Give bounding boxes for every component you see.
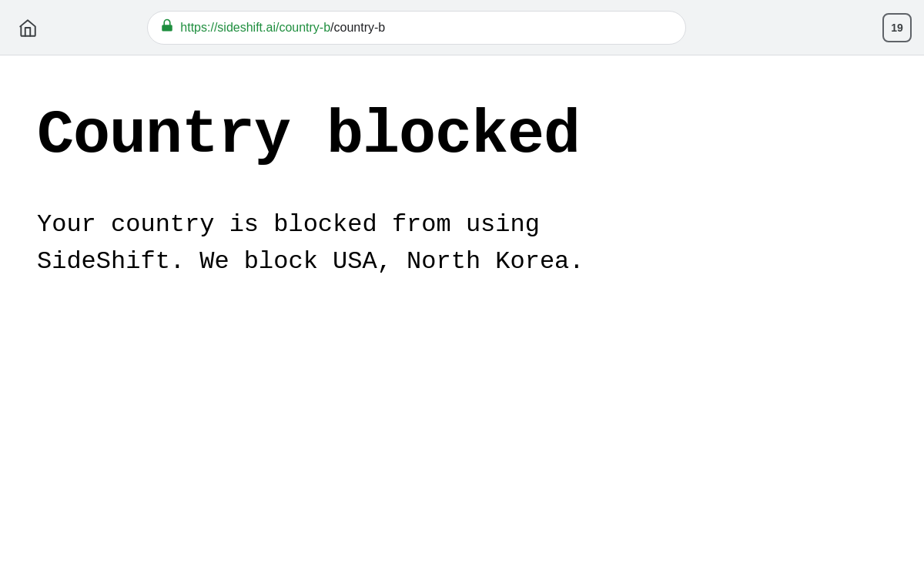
description-line2: SideShift. We block USA, North Korea. (37, 247, 584, 276)
address-url: https://sideshift.ai/country-b/country-b (180, 21, 673, 35)
url-path-part: /country-b (330, 21, 385, 34)
home-icon (18, 18, 38, 38)
lock-icon (160, 18, 174, 36)
address-bar[interactable]: https://sideshift.ai/country-b/country-b (147, 11, 686, 45)
page-description: Your country is blocked from using SideS… (37, 206, 653, 280)
browser-chrome: https://sideshift.ai/country-b/country-b… (0, 0, 924, 55)
url-secure-part: https://sideshift.ai/country-b (180, 21, 330, 34)
tab-count-badge[interactable]: 19 (882, 13, 912, 42)
svg-rect-0 (162, 25, 173, 31)
tab-count-number: 19 (891, 22, 903, 34)
page-title: Country blocked (37, 102, 887, 169)
page-content: Country blocked Your country is blocked … (0, 55, 924, 311)
home-button[interactable] (12, 12, 43, 43)
description-line1: Your country is blocked from using (37, 210, 540, 239)
